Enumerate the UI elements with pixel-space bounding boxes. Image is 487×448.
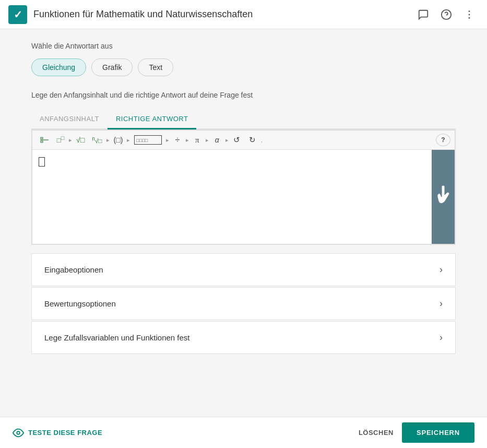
toolbar-nthroot-btn[interactable]: n√□ [89,133,105,147]
svg-point-4 [469,17,470,19]
app-logo: ✓ [8,5,27,24]
tabs-row: ANFANGSINHALT RICHTIGE ANTWORT [31,110,456,129]
toolbar-alpha-btn[interactable]: α [210,133,224,147]
toolbar-divider-5: ▸ [186,137,189,144]
footer: TESTE DIESE FRAGE LÖSCHEN SPEICHERN [0,417,487,448]
toolbar-redo-btn[interactable]: ↻ [245,133,260,147]
accordion-zufallsvariablen-label: Lege Zufallsvariablen und Funktionen fes… [44,333,190,342]
more-icon [464,9,475,20]
answer-type-grafik[interactable]: Grafik [91,58,133,76]
svg-rect-7 [41,141,43,143]
matrix-icon: □□□□ [134,135,162,145]
toolbar-divider-6: ▸ [206,137,209,144]
main-content: Wähle die Antwortart aus Gleichung Grafi… [0,29,487,417]
pi-icon: π [195,136,199,145]
accordion-zufallsvariablen: Lege Zufallsvariablen und Funktionen fes… [31,321,456,354]
help-icon [441,9,452,20]
parens-icon: (□) [114,136,123,144]
chevron-right-icon-zufallsvariablen: › [440,332,443,343]
tab-richtige-antwort[interactable]: RICHTIGE ANTWORT [108,110,196,129]
math-editor-wrapper [32,150,455,244]
accordion-zufallsvariablen-header[interactable]: Lege Zufallsvariablen und Funktionen fes… [32,322,455,353]
toolbar-divider-2: ▸ [106,137,110,144]
accordion-bewertungsoptionen: Bewertungsoptionen › [31,287,456,320]
answer-type-text[interactable]: Text [138,58,173,76]
svg-point-2 [469,10,470,12]
scroll-cursor-icon [435,185,451,208]
svg-rect-5 [41,137,43,139]
chat-icon [418,9,429,20]
power-icon: □□ [57,135,64,145]
accordion-eingabeoptionen-label: Eingabeoptionen [44,265,103,274]
app-header: ✓ Funktionen für Mathematik und Naturwis… [0,0,487,29]
nthroot-icon: n√□ [92,136,102,145]
svg-point-3 [469,14,470,15]
toolbar-divider-4: ▸ [166,137,169,144]
math-cursor [39,157,45,167]
toolbar-divide-btn[interactable]: ÷ [170,133,185,147]
divide-icon: ÷ [175,135,180,145]
logo-checkmark: ✓ [14,8,22,21]
toolbar-help-btn[interactable]: ? [436,134,450,146]
page-title: Funktionen für Mathematik und Naturwisse… [33,9,408,20]
math-toolbar: □□ ▸ √□ n√□ ▸ (□) ▸ □□□□ ▸ [32,131,455,150]
answer-type-gleichung[interactable]: Gleichung [31,58,86,76]
accordion-container: Eingabeoptionen › Bewertungsoptionen › L… [31,253,456,354]
tab-anfangsinhalt[interactable]: ANFANGSINHALT [31,110,108,129]
accordion-bewertungsoptionen-header[interactable]: Bewertungsoptionen › [32,288,455,320]
undo-icon: ↺ [233,135,240,145]
help-button[interactable] [437,5,456,24]
answer-type-row: Gleichung Grafik Text [31,58,456,76]
chat-button[interactable] [414,5,433,24]
more-button[interactable] [460,5,479,24]
toolbar-divider-1: ▸ [69,137,72,144]
svg-point-9 [17,431,20,434]
answer-type-label: Wähle die Antwortart aus [31,42,456,50]
math-scrollbar-panel [432,150,455,244]
alpha-icon: α [215,136,219,144]
toolbar-sqrt-btn[interactable]: √□ [73,133,88,147]
accordion-bewertungsoptionen-label: Bewertungsoptionen [44,299,116,308]
delete-button[interactable]: LÖSCHEN [359,429,394,437]
accordion-eingabeoptionen-header[interactable]: Eingabeoptionen › [32,254,455,286]
save-button[interactable]: SPEICHERN [402,422,474,443]
header-actions [414,5,479,24]
chevron-right-icon-bewertungsoptionen: › [440,298,443,309]
toolbar-divider-7: ▸ [225,137,229,144]
toolbar-parens-btn[interactable]: (□) [111,133,126,147]
test-question-label: TESTE DIESE FRAGE [28,429,102,437]
toolbar-pi-btn[interactable]: π [190,133,205,147]
toolbar-divider-3: ▸ [127,137,130,144]
toolbar-undo-btn[interactable]: ↺ [230,133,244,147]
chevron-right-icon-eingabeoptionen: › [440,264,443,275]
sqrt-icon: √□ [76,136,85,144]
toolbar-fraction-btn[interactable] [37,133,52,147]
eye-icon [13,427,24,439]
redo-icon: ↻ [249,135,256,145]
math-input-area[interactable] [32,150,432,244]
fraction-icon [40,135,49,145]
footer-right-actions: LÖSCHEN SPEICHERN [359,422,474,443]
test-question-btn[interactable]: TESTE DIESE FRAGE [13,427,102,439]
toolbar-matrix-btn[interactable]: □□□□ [131,133,165,147]
toolbar-divider-8: , [261,137,263,143]
instruction-text: Lege den Anfangsinhalt und die richtige … [31,91,456,99]
toolbar-help-icon: ? [441,136,445,144]
toolbar-power-btn[interactable]: □□ [53,133,68,147]
accordion-eingabeoptionen: Eingabeoptionen › [31,253,456,286]
math-editor-block: □□ ▸ √□ n√□ ▸ (□) ▸ □□□□ ▸ [31,129,456,245]
